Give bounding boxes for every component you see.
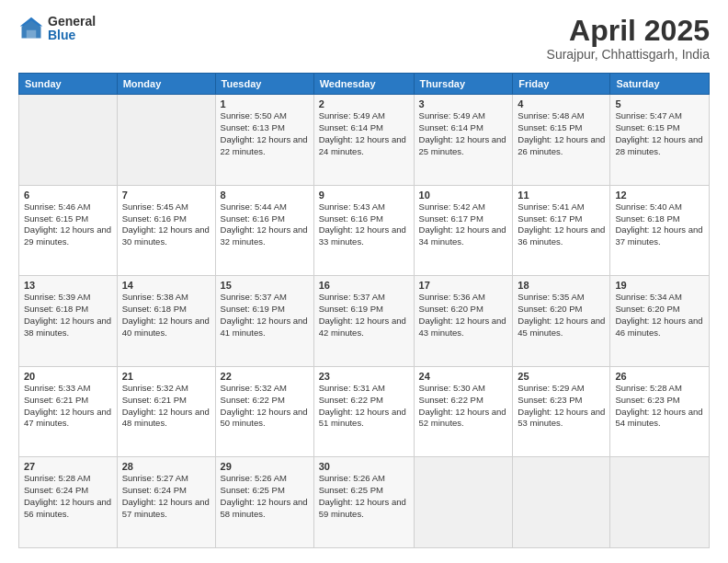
logo-icon (18, 16, 44, 41)
day-number: 4 (518, 98, 605, 109)
day-info: Sunrise: 5:28 AM Sunset: 6:23 PM Dayligh… (615, 383, 704, 430)
header-thursday: Thursday (414, 74, 513, 95)
day-info: Sunrise: 5:33 AM Sunset: 6:21 PM Dayligh… (24, 383, 112, 430)
table-row: 4Sunrise: 5:48 AM Sunset: 6:15 PM Daylig… (513, 95, 610, 186)
day-number: 5 (615, 98, 704, 109)
table-row: 6Sunrise: 5:46 AM Sunset: 6:15 PM Daylig… (19, 185, 118, 276)
day-number: 20 (24, 371, 112, 382)
table-row: 7Sunrise: 5:45 AM Sunset: 6:16 PM Daylig… (117, 185, 215, 276)
day-info: Sunrise: 5:26 AM Sunset: 6:25 PM Dayligh… (319, 473, 409, 520)
calendar: Sunday Monday Tuesday Wednesday Thursday… (18, 73, 710, 548)
day-info: Sunrise: 5:32 AM Sunset: 6:21 PM Dayligh… (122, 383, 210, 430)
table-row (19, 95, 118, 186)
calendar-week-5: 27Sunrise: 5:28 AM Sunset: 6:24 PM Dayli… (19, 457, 710, 548)
day-number: 18 (518, 280, 605, 291)
day-info: Sunrise: 5:36 AM Sunset: 6:20 PM Dayligh… (419, 292, 508, 339)
logo: General Blue (18, 15, 96, 43)
day-info: Sunrise: 5:49 AM Sunset: 6:14 PM Dayligh… (419, 110, 508, 157)
logo-blue: Blue (48, 29, 96, 42)
day-info: Sunrise: 5:44 AM Sunset: 6:16 PM Dayligh… (221, 201, 309, 248)
table-row: 26Sunrise: 5:28 AM Sunset: 6:23 PM Dayli… (610, 366, 710, 457)
day-info: Sunrise: 5:27 AM Sunset: 6:24 PM Dayligh… (122, 473, 210, 520)
table-row: 1Sunrise: 5:50 AM Sunset: 6:13 PM Daylig… (215, 95, 313, 186)
day-info: Sunrise: 5:29 AM Sunset: 6:23 PM Dayligh… (518, 383, 605, 430)
svg-rect-2 (27, 30, 37, 39)
table-row: 10Sunrise: 5:42 AM Sunset: 6:17 PM Dayli… (414, 185, 513, 276)
day-number: 13 (24, 280, 112, 291)
header-monday: Monday (117, 74, 215, 95)
day-number: 25 (518, 371, 605, 382)
day-number: 23 (319, 371, 409, 382)
header-friday: Friday (513, 74, 610, 95)
day-info: Sunrise: 5:40 AM Sunset: 6:18 PM Dayligh… (615, 201, 704, 248)
table-row: 18Sunrise: 5:35 AM Sunset: 6:20 PM Dayli… (513, 276, 610, 367)
header-wednesday: Wednesday (313, 74, 414, 95)
table-row: 13Sunrise: 5:39 AM Sunset: 6:18 PM Dayli… (19, 276, 118, 367)
day-number: 16 (319, 280, 409, 291)
calendar-week-2: 6Sunrise: 5:46 AM Sunset: 6:15 PM Daylig… (19, 185, 710, 276)
day-number: 24 (419, 371, 508, 382)
table-row: 19Sunrise: 5:34 AM Sunset: 6:20 PM Dayli… (610, 276, 710, 367)
table-row: 29Sunrise: 5:26 AM Sunset: 6:25 PM Dayli… (215, 457, 313, 548)
day-info: Sunrise: 5:31 AM Sunset: 6:22 PM Dayligh… (319, 383, 409, 430)
day-number: 28 (122, 461, 210, 472)
day-info: Sunrise: 5:43 AM Sunset: 6:16 PM Dayligh… (319, 201, 409, 248)
day-number: 14 (122, 280, 210, 291)
table-row (117, 95, 215, 186)
calendar-week-1: 1Sunrise: 5:50 AM Sunset: 6:13 PM Daylig… (19, 95, 710, 186)
table-row: 3Sunrise: 5:49 AM Sunset: 6:14 PM Daylig… (414, 95, 513, 186)
table-row: 5Sunrise: 5:47 AM Sunset: 6:15 PM Daylig… (610, 95, 710, 186)
table-row: 8Sunrise: 5:44 AM Sunset: 6:16 PM Daylig… (215, 185, 313, 276)
table-row (513, 457, 610, 548)
day-info: Sunrise: 5:35 AM Sunset: 6:20 PM Dayligh… (518, 292, 605, 339)
day-info: Sunrise: 5:48 AM Sunset: 6:15 PM Dayligh… (518, 110, 605, 157)
logo-general: General (48, 15, 96, 29)
table-row: 2Sunrise: 5:49 AM Sunset: 6:14 PM Daylig… (313, 95, 414, 186)
day-number: 2 (319, 98, 409, 109)
day-number: 22 (221, 371, 309, 382)
day-info: Sunrise: 5:39 AM Sunset: 6:18 PM Dayligh… (24, 292, 112, 339)
day-number: 3 (419, 98, 508, 109)
day-info: Sunrise: 5:38 AM Sunset: 6:18 PM Dayligh… (122, 292, 210, 339)
table-row: 30Sunrise: 5:26 AM Sunset: 6:25 PM Dayli… (313, 457, 414, 548)
day-info: Sunrise: 5:41 AM Sunset: 6:17 PM Dayligh… (518, 201, 605, 248)
day-info: Sunrise: 5:34 AM Sunset: 6:20 PM Dayligh… (615, 292, 704, 339)
month-title: April 2025 (547, 15, 710, 47)
day-number: 6 (24, 190, 112, 201)
day-number: 11 (518, 190, 605, 201)
day-number: 27 (24, 461, 112, 472)
table-row: 25Sunrise: 5:29 AM Sunset: 6:23 PM Dayli… (513, 366, 610, 457)
day-number: 9 (319, 190, 409, 201)
table-row (610, 457, 710, 548)
day-info: Sunrise: 5:50 AM Sunset: 6:13 PM Dayligh… (221, 110, 309, 157)
calendar-week-4: 20Sunrise: 5:33 AM Sunset: 6:21 PM Dayli… (19, 366, 710, 457)
day-number: 15 (221, 280, 309, 291)
title-block: April 2025 Surajpur, Chhattisgarh, India (547, 15, 710, 62)
header-sunday: Sunday (19, 74, 118, 95)
table-row: 21Sunrise: 5:32 AM Sunset: 6:21 PM Dayli… (117, 366, 215, 457)
location: Surajpur, Chhattisgarh, India (547, 47, 710, 62)
table-row: 27Sunrise: 5:28 AM Sunset: 6:24 PM Dayli… (19, 457, 118, 548)
weekday-header-row: Sunday Monday Tuesday Wednesday Thursday… (19, 74, 710, 95)
day-info: Sunrise: 5:37 AM Sunset: 6:19 PM Dayligh… (319, 292, 409, 339)
day-number: 17 (419, 280, 508, 291)
day-info: Sunrise: 5:26 AM Sunset: 6:25 PM Dayligh… (221, 473, 309, 520)
calendar-week-3: 13Sunrise: 5:39 AM Sunset: 6:18 PM Dayli… (19, 276, 710, 367)
day-number: 30 (319, 461, 409, 472)
day-number: 29 (221, 461, 309, 472)
day-number: 12 (615, 190, 704, 201)
table-row: 11Sunrise: 5:41 AM Sunset: 6:17 PM Dayli… (513, 185, 610, 276)
header-tuesday: Tuesday (215, 74, 313, 95)
day-number: 21 (122, 371, 210, 382)
table-row: 28Sunrise: 5:27 AM Sunset: 6:24 PM Dayli… (117, 457, 215, 548)
day-number: 19 (615, 280, 704, 291)
table-row: 12Sunrise: 5:40 AM Sunset: 6:18 PM Dayli… (610, 185, 710, 276)
day-info: Sunrise: 5:49 AM Sunset: 6:14 PM Dayligh… (319, 110, 409, 157)
table-row: 17Sunrise: 5:36 AM Sunset: 6:20 PM Dayli… (414, 276, 513, 367)
day-info: Sunrise: 5:46 AM Sunset: 6:15 PM Dayligh… (24, 201, 112, 248)
day-info: Sunrise: 5:30 AM Sunset: 6:22 PM Dayligh… (419, 383, 508, 430)
table-row (414, 457, 513, 548)
page: General Blue April 2025 Surajpur, Chhatt… (0, 0, 728, 563)
day-info: Sunrise: 5:37 AM Sunset: 6:19 PM Dayligh… (221, 292, 309, 339)
day-number: 7 (122, 190, 210, 201)
